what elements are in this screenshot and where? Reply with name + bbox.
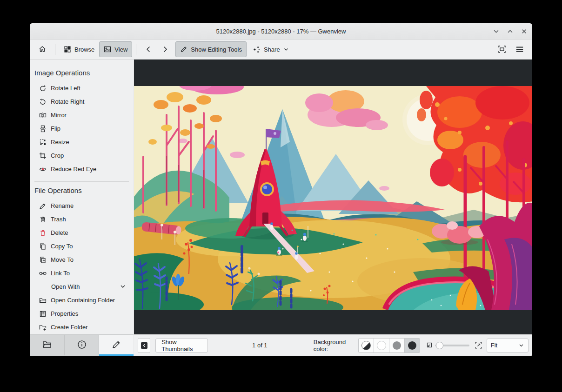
bg-white-button[interactable] bbox=[374, 338, 389, 353]
share-button[interactable]: Share bbox=[248, 41, 294, 57]
crop-icon bbox=[39, 152, 47, 159]
titlebar[interactable]: 5120x2880.jpg - 5120x2880 - 17% — Gwenvi… bbox=[30, 23, 532, 40]
window-title: 5120x2880.jpg - 5120x2880 - 17% — Gwenvi… bbox=[216, 28, 346, 35]
sidebar-item-mirror[interactable]: Mirror bbox=[30, 108, 134, 122]
menu-button[interactable] bbox=[511, 41, 529, 57]
sidebar-item-reduce-red-eye[interactable]: Reduce Red Eye bbox=[30, 162, 134, 176]
browse-button[interactable]: Browse bbox=[59, 41, 99, 57]
sidebar-item-flip[interactable]: Flip bbox=[30, 122, 134, 135]
bg-gray-swatch bbox=[393, 341, 401, 350]
file-operations-list: Rename Trash Delete Copy To bbox=[30, 199, 134, 334]
show-editing-tools-button[interactable]: Show Editing Tools bbox=[175, 41, 247, 57]
sidebar-item-open-with[interactable]: Open With bbox=[30, 280, 134, 293]
sidebar-item-move-to[interactable]: Move To bbox=[30, 253, 134, 266]
link-icon bbox=[39, 270, 47, 277]
main-toolbar: Browse View Show Editing Tools bbox=[30, 40, 532, 60]
show-thumbnails-button[interactable]: Show Thumbnails bbox=[155, 339, 208, 352]
hamburger-icon bbox=[515, 45, 524, 53]
sidebar-item-open-containing-folder[interactable]: Open Containing Folder bbox=[30, 293, 134, 307]
delete-icon bbox=[39, 229, 47, 237]
bg-white-swatch bbox=[377, 341, 386, 350]
home-icon bbox=[38, 45, 47, 53]
sidebar-item-rotate-left[interactable]: Rotate Left bbox=[30, 81, 134, 95]
fullscreen-button[interactable] bbox=[493, 41, 511, 57]
sidebar-item-delete[interactable]: Delete bbox=[30, 226, 134, 239]
home-button[interactable] bbox=[33, 41, 51, 57]
zoom-mode-value: Fit bbox=[491, 342, 497, 349]
image-operations-title: Image Operations bbox=[34, 69, 134, 77]
sidebar-item-properties[interactable]: Properties bbox=[30, 307, 134, 320]
zoom-actual-size-button[interactable] bbox=[474, 340, 482, 351]
rotate-right-icon bbox=[39, 98, 47, 106]
image-view-canvas[interactable] bbox=[134, 60, 532, 334]
background-color-group bbox=[358, 338, 420, 353]
tab-folders[interactable] bbox=[30, 335, 65, 356]
close-icon[interactable] bbox=[520, 27, 528, 35]
bg-gray-button[interactable] bbox=[389, 338, 405, 353]
trash-icon bbox=[39, 216, 47, 223]
toolbar-separator bbox=[55, 44, 55, 55]
sidebar-item-rotate-right[interactable]: Rotate Right bbox=[30, 95, 134, 108]
tab-operations[interactable] bbox=[99, 335, 134, 356]
minimize-icon[interactable] bbox=[492, 27, 500, 35]
viewed-image bbox=[134, 86, 532, 310]
zoom-slider-handle[interactable] bbox=[436, 342, 443, 349]
background-color-label: Background color: bbox=[314, 339, 355, 352]
chevron-down-icon bbox=[518, 342, 524, 348]
view-button[interactable]: View bbox=[99, 41, 132, 57]
sidebar-item-crop[interactable]: Crop bbox=[30, 149, 134, 162]
maximize-icon[interactable] bbox=[506, 27, 514, 35]
editing-tools-label: Show Editing Tools bbox=[191, 46, 242, 53]
flip-icon bbox=[39, 125, 47, 133]
page-indicator: 1 of 1 bbox=[249, 342, 271, 349]
sidebar-item-create-folder[interactable]: Create Folder bbox=[30, 320, 134, 334]
create-folder-icon bbox=[39, 324, 47, 331]
sidebar-item-link-to[interactable]: Link To bbox=[30, 266, 134, 280]
view-label: View bbox=[114, 46, 127, 53]
sidebar-toggle-icon bbox=[140, 342, 148, 349]
sidebar-item-trash[interactable]: Trash bbox=[30, 213, 134, 226]
chevron-down-icon bbox=[283, 47, 289, 52]
toolbar-separator bbox=[136, 44, 136, 55]
gwenview-window: 5120x2880.jpg - 5120x2880 - 17% — Gwenvi… bbox=[30, 23, 532, 356]
pencil-icon bbox=[111, 339, 121, 350]
sidebar-toggle-button[interactable] bbox=[138, 338, 150, 353]
move-icon bbox=[39, 256, 47, 264]
folder-icon bbox=[42, 339, 52, 350]
sidebar-item-rename[interactable]: Rename bbox=[30, 199, 134, 213]
file-operations-title: File Operations bbox=[34, 186, 134, 194]
zoom-actual-icon bbox=[475, 341, 482, 349]
bg-black-button[interactable] bbox=[404, 338, 420, 353]
tab-information[interactable] bbox=[65, 335, 100, 356]
zoom-slider[interactable] bbox=[435, 340, 469, 351]
bg-black-swatch bbox=[408, 341, 416, 350]
zoom-mode-combobox[interactable]: Fit bbox=[487, 339, 529, 352]
sidebar-item-copy-to[interactable]: Copy To bbox=[30, 239, 134, 253]
sidebar-divider bbox=[34, 181, 129, 182]
operations-sidebar: Image Operations Rotate Left Rotate Righ… bbox=[30, 60, 134, 356]
share-label: Share bbox=[264, 46, 280, 53]
forward-button[interactable] bbox=[157, 41, 174, 57]
zoom-fit-icon bbox=[425, 341, 433, 349]
rename-icon bbox=[39, 202, 47, 210]
back-button[interactable] bbox=[140, 41, 157, 57]
bg-auto-button[interactable] bbox=[358, 338, 374, 353]
bg-auto-swatch bbox=[361, 341, 371, 350]
sidebar-tabbar bbox=[30, 334, 134, 356]
zoom-to-fit-button[interactable] bbox=[425, 340, 433, 351]
mirror-icon bbox=[39, 112, 47, 119]
folder-open-icon bbox=[39, 297, 47, 304]
back-icon bbox=[145, 46, 152, 53]
view-image-icon bbox=[104, 46, 111, 53]
reduce-red-eye-icon bbox=[39, 166, 47, 173]
resize-icon bbox=[39, 139, 47, 146]
fit-screen-icon bbox=[498, 45, 506, 53]
forward-icon bbox=[161, 46, 169, 53]
sidebar-item-resize[interactable]: Resize bbox=[30, 135, 134, 149]
browse-grid-icon bbox=[64, 46, 71, 53]
pencil-icon bbox=[180, 46, 187, 53]
copy-icon bbox=[39, 243, 47, 250]
share-icon bbox=[253, 46, 261, 53]
rotate-left-icon bbox=[39, 85, 47, 92]
info-icon bbox=[77, 339, 87, 350]
